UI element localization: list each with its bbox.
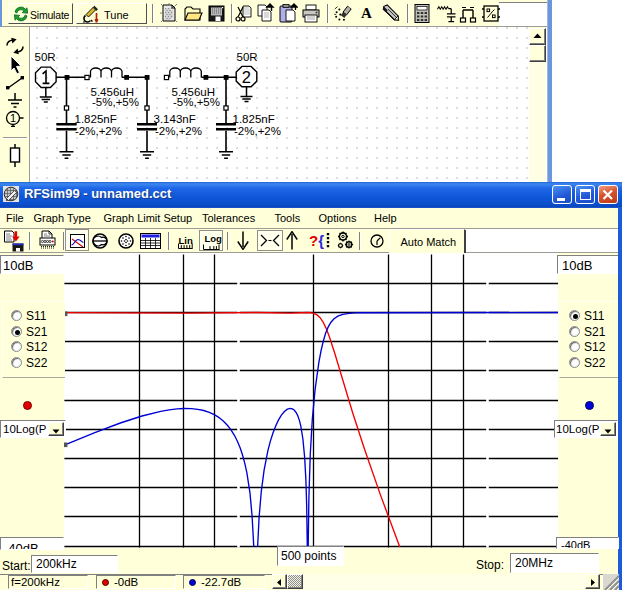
svg-text:1.825nF: 1.825nF xyxy=(233,113,275,125)
svg-text:1: 1 xyxy=(10,112,16,124)
svg-text:-5%,+5%: -5%,+5% xyxy=(173,96,220,108)
svg-text:-2%,+2%: -2%,+2% xyxy=(75,125,122,137)
svg-text:1.825nF: 1.825nF xyxy=(75,113,117,125)
svg-text:-2%,+2%: -2%,+2% xyxy=(155,125,202,137)
svg-text:3.143nF: 3.143nF xyxy=(154,113,196,125)
svg-text:50R: 50R xyxy=(35,51,56,63)
svg-text:-5%,+5%: -5%,+5% xyxy=(92,96,139,108)
svg-text:2: 2 xyxy=(242,68,251,86)
svg-text:-2%,+2%: -2%,+2% xyxy=(234,125,281,137)
svg-text:50R: 50R xyxy=(237,51,258,63)
